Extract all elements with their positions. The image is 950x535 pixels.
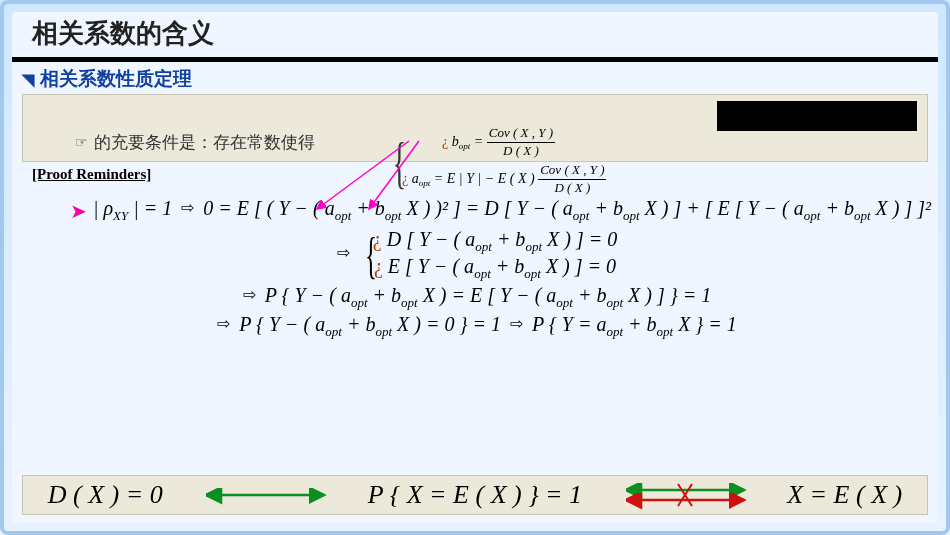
svg-line-0 [317, 141, 409, 209]
pink-arrows-overlay [197, 137, 457, 217]
section-subtitle: ◥ 相关系数性质定理 [12, 62, 938, 94]
green-red-crossed-arrow-icon [620, 480, 750, 510]
math-body: { ¿ bopt = Cov ( X , Y ) D ( X ) ¿ aopt … [12, 197, 938, 340]
equivalence-box: D ( X ) = 0 P { X = E ( X ) } = 1 X = E … [22, 475, 928, 515]
redacted-block [717, 101, 917, 131]
l1-lhs-rest: | = 1 [128, 197, 172, 219]
implies-icon: ⇨ [217, 315, 230, 332]
b-sub: opt [459, 141, 471, 151]
bookmark-icon: ◥ [22, 70, 34, 89]
subtitle-text: 相关系数性质定理 [40, 66, 192, 92]
hand-right-icon: ☞ [75, 134, 88, 151]
title-text: 相关系数的含义 [32, 19, 214, 48]
bullet-arrow-icon: ➤ [70, 199, 87, 223]
implies-icon: ⇨ [181, 199, 194, 216]
a-den: D ( X ) [538, 180, 606, 197]
implies-icon: ⇨ [337, 244, 350, 261]
l1-lhs-sub: XY [113, 208, 128, 223]
eq-left: D ( X ) = 0 [48, 480, 163, 510]
implies-icon: ⇨ [243, 286, 256, 303]
def-b-row: ¿ bopt = Cov ( X , Y ) D ( X ) [442, 125, 606, 160]
left-brace-icon: { [365, 226, 377, 284]
l1-lhs: | ρ [93, 197, 113, 219]
green-biarrow-icon [200, 483, 330, 507]
proof-line-2: ⇨ { ¿ D [ Y − ( aopt + bopt X ) ] = 0 ¿ … [12, 228, 938, 282]
page-title: 相关系数的含义 [12, 12, 938, 62]
b-den: D ( X ) [487, 143, 555, 160]
proof-line-4: ⇨ P { Y − ( aopt + bopt X ) = 0 } = 1 ⇨ … [12, 313, 938, 340]
eq-right: X = E ( X ) [787, 480, 902, 510]
a-num: Cov ( X , Y ) [538, 162, 606, 180]
b-num: Cov ( X , Y ) [487, 125, 555, 143]
eq-mid: P { X = E ( X ) } = 1 [368, 480, 582, 510]
implies-icon: ⇨ [510, 315, 523, 332]
proof-line-3: ⇨ P { Y − ( aopt + bopt X ) = E [ Y − ( … [12, 284, 938, 311]
